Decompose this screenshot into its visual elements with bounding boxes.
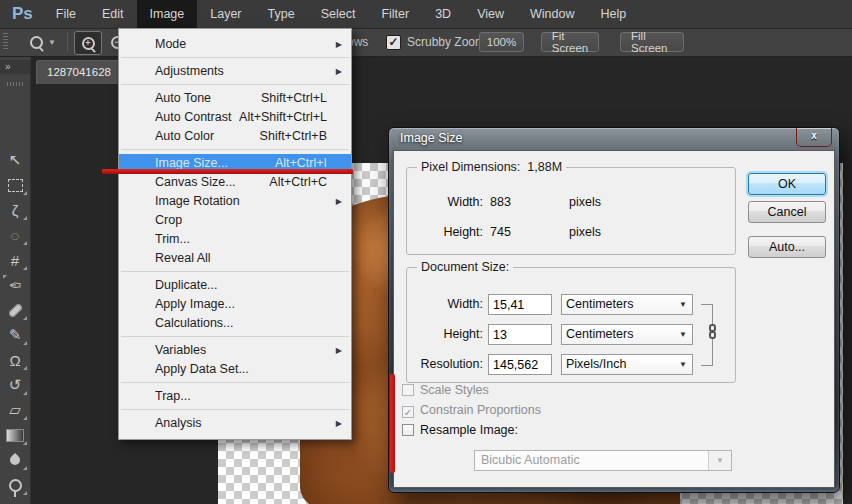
image-menu-dropdown: Mode▶ Adjustments▶ Auto ToneShift+Ctrl+L… (118, 28, 352, 440)
menu-filter[interactable]: Filter (368, 0, 422, 28)
zoom-tool-icon (30, 36, 43, 49)
menu-item-auto-contrast[interactable]: Auto ContrastAlt+Shift+Ctrl+L (119, 108, 351, 127)
zoom-tool-preset[interactable]: ▼ (30, 28, 56, 56)
document-size-group: Document Size: Width: Centimeters▼ Heigh… (406, 267, 736, 383)
history-brush-tool-icon[interactable]: ↺ (0, 373, 30, 397)
menu-help[interactable]: Help (588, 0, 640, 28)
quick-selection-tool-icon[interactable]: ◌ (0, 223, 30, 247)
fill-screen-button[interactable]: Fill Screen (620, 32, 684, 52)
constrain-proportions-checkbox[interactable]: ✓Constrain Proportions (402, 403, 541, 418)
menu-item-image-rotation[interactable]: Image Rotation▶ (119, 192, 351, 211)
menu-edit[interactable]: Edit (89, 0, 137, 28)
menu-separator (119, 81, 351, 89)
red-vertical-marker-annotation (390, 374, 395, 473)
resolution-unit-dropdown[interactable]: Pixels/Inch▼ (561, 354, 693, 375)
cancel-button[interactable]: Cancel (748, 201, 826, 223)
pixel-width-unit: pixels (569, 192, 601, 213)
checkbox-unchecked-icon (402, 424, 414, 436)
collapse-panel-button[interactable]: » (0, 60, 30, 74)
ok-button[interactable]: OK (748, 173, 826, 195)
menu-image[interactable]: Image (137, 0, 198, 28)
dialog-title: Image Size (400, 131, 463, 145)
options-bar-grip[interactable] (3, 33, 8, 51)
scrubby-zoom-checkbox[interactable]: ✓ (386, 28, 401, 56)
resolution-input[interactable] (488, 354, 552, 375)
dialog-body: Pixel Dimensions: 1,88M Width:883 pixels… (393, 150, 835, 488)
document-size-label: Document Size: (417, 260, 513, 274)
menu-item-apply-data-set[interactable]: Apply Data Set... (119, 360, 351, 379)
marquee-tool-icon[interactable] (0, 173, 30, 197)
menu-file[interactable]: File (43, 0, 89, 28)
lasso-tool-icon[interactable]: ζ (0, 198, 30, 222)
tools-panel: » ↖ ζ ◌ # ✑ ✎ Ω ↺ ▱ ✒ T (0, 56, 31, 504)
menu-item-reveal-all[interactable]: Reveal All (119, 249, 351, 268)
eraser-tool-icon[interactable]: ▱ (0, 398, 30, 422)
red-underline-annotation (102, 169, 353, 174)
panel-grip[interactable] (7, 82, 23, 86)
menu-window[interactable]: Window (517, 0, 587, 28)
menu-item-apply-image[interactable]: Apply Image... (119, 295, 351, 314)
menu-separator (119, 268, 351, 276)
menu-separator (119, 146, 351, 154)
menu-type[interactable]: Type (255, 0, 308, 28)
pixel-height-row: Height:745 pixels (407, 222, 735, 243)
doc-height-input[interactable] (488, 324, 552, 345)
menu-item-mode[interactable]: Mode▶ (119, 35, 351, 54)
close-icon[interactable]: x (796, 128, 832, 147)
menu-separator (119, 379, 351, 387)
pen-tool-icon[interactable]: ✒ (0, 498, 30, 504)
crop-tool-icon[interactable]: # (0, 248, 30, 272)
submenu-arrow-icon: ▶ (336, 192, 342, 211)
move-tool-icon[interactable]: ↖ (0, 148, 30, 172)
zoom-100-button[interactable]: 100% (479, 32, 524, 52)
doc-width-input[interactable] (488, 294, 552, 315)
zoom-in-button[interactable]: + (74, 31, 102, 55)
submenu-arrow-icon: ▶ (336, 62, 342, 81)
menu-item-auto-color[interactable]: Auto ColorShift+Ctrl+B (119, 127, 351, 146)
menu-item-crop[interactable]: Crop (119, 211, 351, 230)
eyedropper-tool-icon[interactable]: ✑ (0, 273, 30, 297)
resample-image-checkbox[interactable]: Resample Image: (402, 423, 518, 438)
menu-item-auto-tone[interactable]: Auto ToneShift+Ctrl+L (119, 89, 351, 108)
menu-item-calculations[interactable]: Calculations... (119, 314, 351, 333)
brush-tool-icon[interactable]: ✎ (0, 323, 30, 347)
checkbox-unchecked-icon (402, 384, 414, 396)
blur-tool-icon[interactable] (0, 448, 30, 472)
auto-button[interactable]: Auto... (748, 236, 826, 258)
menu-view[interactable]: View (464, 0, 517, 28)
menu-item-adjustments[interactable]: Adjustments▶ (119, 62, 351, 81)
menu-item-canvas-size[interactable]: Canvas Size...Alt+Ctrl+C (119, 173, 351, 192)
doc-height-unit-dropdown[interactable]: Centimeters▼ (561, 324, 693, 345)
options-separator (67, 32, 68, 52)
healing-brush-tool-icon[interactable] (0, 298, 30, 322)
chevron-down-icon: ▼ (679, 295, 687, 314)
resample-method-dropdown[interactable]: Bicubic Automatic▼ (474, 450, 732, 471)
pixel-dimensions-label: Pixel Dimensions: 1,88M (417, 160, 566, 174)
pixel-width-value: 883 (490, 195, 511, 209)
image-size-dialog: Image Size x Pixel Dimensions: 1,88M Wid… (388, 127, 840, 493)
fit-screen-button[interactable]: Fit Screen (541, 32, 599, 52)
menu-item-variables[interactable]: Variables▶ (119, 341, 351, 360)
pixel-height-value: 745 (490, 225, 511, 239)
chevron-down-icon: ▼ (48, 38, 56, 47)
menu-layer[interactable]: Layer (197, 0, 254, 28)
menu-item-trim[interactable]: Trim... (119, 230, 351, 249)
doc-width-unit-dropdown[interactable]: Centimeters▼ (561, 294, 693, 315)
pixel-dimensions-value: 1,88M (527, 160, 562, 174)
chevron-down-icon: ▼ (679, 355, 687, 374)
link-chain-icon (707, 324, 719, 344)
gradient-tool-icon[interactable] (0, 423, 30, 447)
menu-item-analysis[interactable]: Analysis▶ (119, 414, 351, 433)
pixel-height-unit: pixels (569, 222, 601, 243)
menu-3d[interactable]: 3D (422, 0, 464, 28)
menu-select[interactable]: Select (308, 0, 369, 28)
menu-item-trap[interactable]: Trap... (119, 387, 351, 406)
scale-styles-checkbox[interactable]: Scale Styles (402, 383, 489, 398)
dodge-tool-icon[interactable] (0, 473, 30, 497)
menu-item-duplicate[interactable]: Duplicate... (119, 276, 351, 295)
submenu-arrow-icon: ▶ (336, 35, 342, 54)
checkbox-checked-icon: ✓ (402, 406, 414, 418)
doc-width-row: Width: Centimeters▼ (407, 294, 735, 315)
scrubby-zoom-label: Scrubby Zoom (407, 28, 485, 56)
clone-stamp-tool-icon[interactable]: Ω (0, 348, 30, 372)
